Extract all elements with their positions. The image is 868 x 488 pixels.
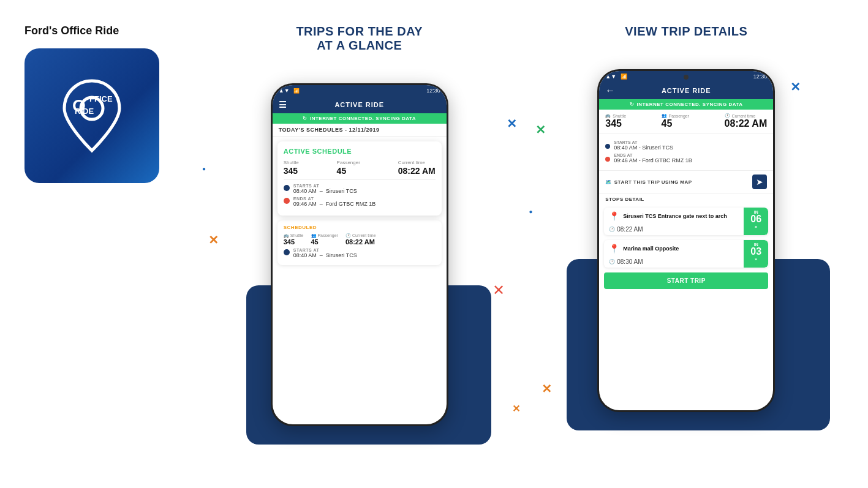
starts-at-label: STARTS AT [293,184,357,188]
app-logo: O FFICE RIDE [25,48,159,183]
stop2-clock-icon: 🕐 [609,259,615,265]
start-trip-green-btn[interactable]: START TRIP [604,272,768,289]
time-label: Current time [398,160,425,165]
right-phone-frame: ▲▼ 📶 12:30 ← ACTIVE RIDE ↻ [597,69,775,412]
detail-stats: 🚌 Shuttle 345 👥 Passenger 45 🕐 Current t… [599,110,773,133]
stop1-place-icon: 📍 [609,211,619,221]
nav-arrow-btn[interactable]: ➤ [752,175,767,189]
middle-heading: TRIPS FOR THE DAY AT A GLANCE [296,24,423,71]
back-icon[interactable]: ← [605,85,616,96]
middle-heading-text: TRIPS FOR THE DAY AT A GLANCE [296,24,423,53]
time-value: 08:22 AM [398,166,436,176]
sched-shuttle-val: 345 [284,238,304,246]
sched-starts-label: STARTS AT [293,248,357,252]
stop1-badge-num: 06 [750,214,761,224]
r-shuttle-value: 345 [605,118,622,129]
stop2-place-icon: 📍 [609,244,619,253]
r-time-stat: 🕐 Current time 08:22 AM [725,113,768,129]
r-timeline: STARTS AT 08:40 AM - Siruseri TCS ENDS A… [599,133,773,171]
start-trip-label: 🗺️ START THIS TRIP USING MAP [605,179,692,185]
shuttle-label: Shuttle [284,160,299,165]
r-end-dot [605,157,610,162]
stop1-name: Siruseri TCS Entrance gate next to arch [623,213,727,219]
middle-section: TRIPS FOR THE DAY AT A GLANCE ✕ ✕ ✕ ✕ ● … [196,24,523,476]
stop1-time-row: 🕐 08:22 AM [604,225,744,235]
stop-item-2-header: 📍 Marina mall Opposite [604,240,744,257]
deco-dot-r1: ● [529,208,533,215]
passenger-label: Passenger [337,160,360,165]
ends-at-info: ENDS AT 09:46 AM – Ford GTBC RMZ 1B [293,197,376,207]
r-start-dot [605,144,610,149]
sched-passenger-icon: 👥 Passenger [311,233,338,238]
stop2-badge-num: 03 [750,247,761,257]
stop-item-2-content: 📍 Marina mall Opposite 🕐 08:30 AM [604,240,744,268]
deco-cross-4: ✕ [492,282,505,299]
right-heading-text: VIEW TRIP DETAILS [625,24,747,39]
starts-at-time: 08:40 AM – Siruseri TCS [293,188,357,194]
middle-phone-section: ▲▼ 📶 12:30 ☰ ACTIVE RIDE ↻ [271,83,448,426]
sched-shuttle-icon: 🚌 Shuttle [284,233,304,238]
deco-cross-3: ✕ [512,403,520,415]
shuttle-value: 345 [284,166,298,176]
middle-status-bar: ▲▼ 📶 12:30 [273,85,447,96]
r-time-label: 🕐 Current time [725,113,756,118]
stop1-chevron: » [755,224,757,230]
start-trip-bar[interactable]: 🗺️ START THIS TRIP USING MAP ➤ [599,171,773,193]
ends-at-label: ENDS AT [293,197,376,201]
r-starts-point: STARTS AT 08:40 AM - Siruseri TCS [605,140,767,151]
middle-topbar: ☰ ACTIVE RIDE [273,96,447,113]
active-schedule-title: ACTIVE SCHEDULE [284,148,436,155]
camera-dot [684,75,689,80]
deco-cross-r3: ✕ [542,381,552,396]
right-phone: ▲▼ 📶 12:30 ← ACTIVE RIDE ↻ [597,69,775,412]
sched-starts-info: STARTS AT 08:40 AM – Siruseri TCS [293,248,357,258]
stop2-name: Marina mall Opposite [623,246,679,252]
left-section: Ford's Office Ride O FFICE RIDE [25,24,196,476]
divider1 [284,179,436,180]
sched-starts-point: STARTS AT 08:40 AM – Siruseri TCS [284,248,436,258]
sync-icon: ↻ [303,116,308,121]
passenger-value: 45 [337,166,347,176]
r-status-left: ▲▼ 📶 [605,73,627,80]
sched-time-icon: 🕐 Current time [345,233,376,238]
scheduled-label: SCHEDULED [284,225,436,230]
r-syncing-text: INTERNET CONNECTED. SYNCING DATA [636,102,742,107]
sched-shuttle: 🚌 Shuttle 345 [284,233,304,246]
deco-cross-r1: ✕ [790,80,801,94]
ends-at-time: 09:46 AM – Ford GTBC RMZ 1B [293,201,376,207]
stop1-clock-icon: 🕐 [609,227,615,232]
middle-phone-frame: ▲▼ 📶 12:30 ☰ ACTIVE RIDE ↻ [271,83,448,426]
right-syncing-bar: ↻ INTERNET CONNECTED. SYNCING DATA [599,99,773,110]
stop-item-2-row: 📍 Marina mall Opposite 🕐 08:30 AM [604,240,768,268]
sched-passenger: 👥 Passenger 45 [311,233,338,246]
r-passenger-stat: 👥 Passenger 45 [662,113,689,129]
middle-phone-screen: ▲▼ 📶 12:30 ☰ ACTIVE RIDE ↻ [273,85,447,424]
menu-icon[interactable]: ☰ [279,100,287,110]
todays-schedule-bar: TODAY'S SCHEDULES - 12/11/2019 [273,124,447,137]
r-status-time: 12:30 [753,73,768,80]
r-ends-label-row: ENDS AT 09:46 AM - Ford GTBC RMZ 1B [614,153,692,163]
app-title: Ford's Office Ride [25,24,196,37]
active-schedule-card: ACTIVE SCHEDULE Shuttle 345 Passenger 45 [277,141,442,216]
r-sync-icon: ↻ [630,102,635,107]
right-phone-screen: ▲▼ 📶 12:30 ← ACTIVE RIDE ↻ [599,71,773,410]
stop-item-1-content: 📍 Siruseri TCS Entrance gate next to arc… [604,208,744,235]
right-section: VIEW TRIP DETAILS ✕ ✕ ✕ ✕ ● ▲▼ [523,24,850,476]
r-passenger-value: 45 [662,118,673,129]
sched-starts-time: 08:40 AM – Siruseri TCS [293,252,357,258]
right-heading: VIEW TRIP DETAILS [625,24,747,57]
stop2-chevron: » [755,257,757,262]
sched-passenger-val: 45 [311,238,338,246]
r-ends-point: ENDS AT 09:46 AM - Ford GTBC RMZ 1B [605,153,767,163]
sched-start-dot [284,249,290,255]
right-topbar-title: ACTIVE RIDE [662,87,711,94]
r-ends-label: ENDS AT [614,153,692,157]
r-starts-label: STARTS AT [614,140,673,145]
middle-syncing-bar: ↻ INTERNET CONNECTED. SYNCING DATA [273,113,447,124]
r-shuttle-label: 🚌 Shuttle [605,113,626,118]
stops-header: STOPS DETAIL [599,193,773,205]
deco-cross-r2: ✕ [535,122,546,137]
status-time: 12:30 [426,88,440,94]
stop1-time: 08:22 AM [617,226,643,233]
svg-text:FFICE: FFICE [89,94,113,103]
